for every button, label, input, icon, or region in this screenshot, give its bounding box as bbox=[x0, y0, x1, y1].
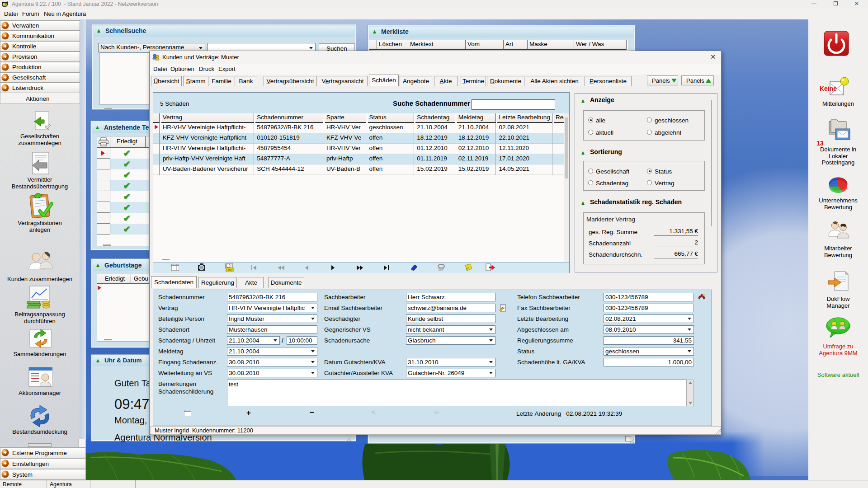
svg-text:Date: Date bbox=[439, 268, 443, 271]
svg-text:Filter: Filter bbox=[226, 268, 232, 271]
